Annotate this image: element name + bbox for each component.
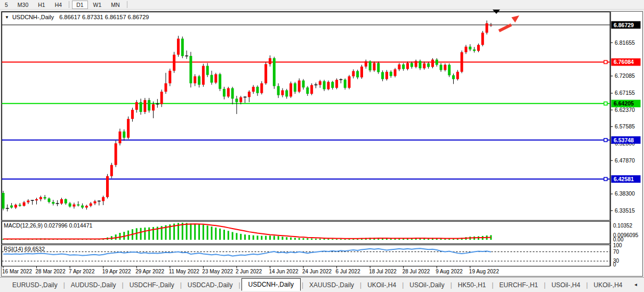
price-badge-6.64205: 6.64205 [611,100,641,107]
tab-usdcad-daily[interactable]: USDCAD-,Daily [183,280,238,290]
date-tick-label: 23 May 2022 [202,269,233,274]
price-badge-6.42581: 6.42581 [611,175,641,183]
tab-separator: | [586,281,587,289]
chart-dropdown-icon[interactable]: ▼ [5,15,9,20]
tab-usdchf-daily[interactable]: USDCHF-,Daily [125,280,179,290]
price-pane [2,12,610,221]
timeframe-button-w1[interactable]: W1 [89,1,106,9]
tab-usoil-daily[interactable]: USOil-,Daily [405,280,449,290]
price-tick-label: 6.33515 [615,207,635,214]
svg-text:6.53748: 6.53748 [614,137,634,143]
date-tick-label: 11 May 2022 [169,269,200,274]
date-tick-label: 18 Jul 2022 [369,269,397,274]
price-tick-label: 6.47870 [615,157,635,164]
hline-handle [604,102,607,105]
tab-separator: | [122,281,124,289]
tab-separator: | [63,281,65,289]
tab-scroll-left-icon[interactable]: ◄ [632,281,640,288]
date-tick-label: 2 Jun 2022 [236,269,262,274]
tab-xauusd-daily[interactable]: XAUUSD-,Daily [304,280,359,290]
macd-axis-label: 0.00 [613,237,624,242]
timeframe-button-h1[interactable]: H1 [34,1,49,9]
tab-separator: | [450,281,452,289]
rsi-axis-label: 100 [613,242,622,248]
hline-handle [604,60,607,63]
date-tick-label: 29 Apr 2022 [135,269,164,274]
timeframe-button-5[interactable]: 5 [1,1,12,9]
tab-separator: | [544,281,545,289]
tab-separator: | [238,281,240,289]
rsi-indicator-label: RSI(14) 69.6532 [4,246,45,252]
tab-eurchf-h1[interactable]: EURCHF-,H1 [495,280,543,290]
macd-axis-label: 0.10352 [613,223,633,229]
date-tick-label: 19 Aug 2022 [469,269,500,274]
date-tick-label: 6 Jul 2022 [336,269,361,274]
price-tick-label: 6.81655 [615,39,635,46]
chart-tabs-bar: EURUSD-,Daily|AUDUSD-,Daily|USDCHF-,Dail… [0,277,644,292]
svg-text:6.76084: 6.76084 [614,59,634,65]
tab-separator: | [402,281,404,289]
tab-usoil-h4[interactable]: USOil-,H4 [546,280,585,290]
chart-window: 6.816556.720856.671556.623706.575856.528… [0,10,644,277]
tab-separator: | [492,281,493,289]
macd-indicator-label: MACD(12,26,9) 0.027996 0.014471 [4,222,92,229]
rsi-axis-label: 0 [613,262,616,267]
price-badge-6.86729: 6.86729 [611,21,641,29]
date-tick-label: 16 Mar 2022 [2,269,33,274]
timeframe-button-h4[interactable]: H4 [51,1,66,9]
tab-ukoil-h4[interactable]: UKOil-,H4 [589,280,627,290]
toolbar-separator [127,1,127,8]
date-tick-label: 28 Mar 2022 [36,269,66,274]
date-tick-label: 28 Jul 2022 [402,269,430,274]
price-tick-label: 6.57585 [615,123,635,129]
tab-audusd-daily[interactable]: AUDUSD-,Daily [66,280,121,290]
svg-text:6.64205: 6.64205 [614,100,634,107]
svg-text:6.42581: 6.42581 [614,176,634,182]
hline-handle [604,139,607,142]
timeframe-button-mn[interactable]: MN [107,1,124,9]
chart-canvas[interactable]: 6.816556.720856.671556.623706.575856.528… [0,10,644,277]
macd-pane [2,222,610,244]
date-tick-label: 19 Apr 2022 [102,269,131,274]
date-tick-label: 7 Apr 2022 [69,269,95,274]
rsi-pane [2,245,610,266]
svg-text:6.86729: 6.86729 [614,22,634,28]
hline-handle [604,177,607,181]
price-badge-6.76084: 6.76084 [611,58,641,66]
tab-separator: | [302,281,303,289]
date-tick-label: 14 Jun 2022 [269,269,298,274]
date-tick-label: 9 Aug 2022 [436,269,463,274]
date-tick-label: 24 Jun 2022 [302,269,332,274]
tab-usdcnh-daily[interactable]: USDCNH-,Daily [241,278,301,291]
quote-line: ▼ USDCNH-,Daily 6.86617 6.87331 6.86157 … [5,14,149,20]
price-tick-label: 6.72085 [615,72,635,79]
timeframe-button-m30[interactable]: M30 [13,1,33,9]
timeframe-button-d1[interactable]: D1 [72,1,87,9]
price-tick-label: 6.62370 [615,107,635,113]
tab-hk50-h1[interactable]: HK50-,H1 [453,280,491,290]
timeframe-toolbar: 5M30H1H4D1W1MN [0,0,644,10]
price-badge-6.53748: 6.53748 [611,136,641,144]
price-tick-label: 6.38300 [615,190,635,197]
tab-separator: | [180,281,182,289]
tab-ukoil-h4[interactable]: UKOil-,H4 [363,280,401,290]
symbol-period-label: USDCNH-,Daily [12,14,54,20]
tab-separator: | [360,281,361,289]
ohlc-values: 6.86617 6.87331 6.86157 6.86729 [59,14,149,20]
toolbar-separator [69,1,69,8]
price-tick-label: 6.67155 [615,90,635,96]
rsi-axis-label: 70 [613,249,619,255]
tab-eurusd-daily[interactable]: EURUSD-,Daily [7,280,62,290]
